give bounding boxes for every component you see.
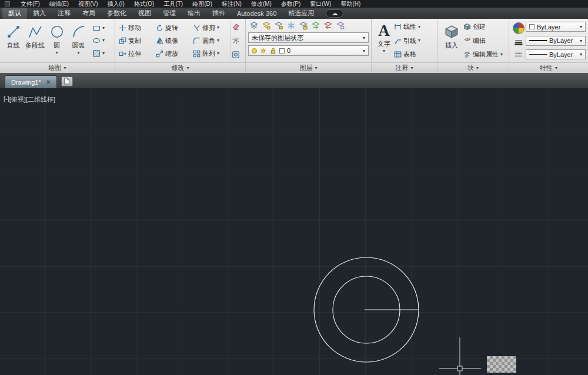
modify-grid: 移动 旋转 修剪 ▾ 复制 (118, 21, 229, 61)
linear-dimension-button[interactable]: 线性 ▾ (394, 22, 435, 31)
drawing-canvas[interactable]: [-] [俯视] [二维线框] (0, 88, 588, 375)
array-button[interactable]: 阵列 ▾ (192, 50, 229, 58)
view-orientation-control[interactable]: [俯视] (9, 95, 26, 104)
rectangle-tool-button[interactable]: ▾ (91, 22, 106, 34)
move-button[interactable]: 移动 (118, 24, 155, 32)
layer-off-icon[interactable] (262, 21, 271, 30)
trim-button[interactable]: 修剪 ▾ (192, 24, 229, 32)
modify-panel-title[interactable]: 修改▾ (115, 62, 245, 73)
ribbon-tab-output[interactable]: 输出 (182, 8, 206, 19)
a360-sync-button[interactable]: ☁ (326, 9, 343, 18)
table-button[interactable]: 表格 (394, 50, 435, 59)
ribbon-tab-a360[interactable]: Autodesk 360 (231, 8, 282, 19)
object-color-icon[interactable] (513, 22, 524, 34)
mirror-button[interactable]: 镜像 (155, 37, 192, 45)
ribbon-tab-annotate[interactable]: 注释 (52, 8, 76, 19)
ribbon-tab-featured-apps[interactable]: 精选应用 (282, 8, 320, 19)
menu-tools[interactable]: 工具(T) (159, 0, 188, 8)
menu-bar: 文件(F) 编辑(E) 视图(V) 插入(I) 格式(O) 工具(T) 绘图(D… (0, 0, 588, 8)
circle-tool-button[interactable]: 圆 ▾ (46, 21, 68, 61)
viewport-menu-control[interactable]: [-] (4, 95, 9, 104)
scale-button[interactable]: 缩放 (155, 50, 192, 58)
layer-color-swatch[interactable] (279, 48, 285, 53)
lineweight-dropdown[interactable]: ByLayer ▾ (526, 36, 586, 46)
linetype-sample (529, 54, 547, 55)
layers-panel: 未保存的图层状态 ▾ 0 ▾ 图层▾ (246, 19, 372, 73)
app-icon[interactable] (5, 1, 10, 6)
close-tab-icon[interactable]: × (46, 79, 51, 86)
menu-format[interactable]: 格式(O) (129, 0, 159, 8)
menu-help[interactable]: 帮助(H) (336, 0, 365, 8)
ribbon-tab-parametric[interactable]: 参数化 (101, 8, 132, 19)
annotation-panel-title[interactable]: 注释▾ (372, 62, 437, 73)
object-color-dropdown[interactable]: ByLayer ▾ (526, 22, 586, 32)
rectangle-icon (92, 24, 101, 32)
object-color-swatch (529, 24, 534, 29)
edit-block-button[interactable]: 编辑 (463, 36, 506, 45)
menu-edit[interactable]: 编辑(E) (45, 0, 74, 8)
ribbon-tab-insert[interactable]: 插入 (27, 8, 52, 19)
layer-state-icon[interactable] (336, 21, 345, 30)
autocad-window: 文件(F) 编辑(E) 视图(V) 插入(I) 格式(O) 工具(T) 绘图(D… (0, 0, 588, 375)
menu-window[interactable]: 窗口(W) (305, 0, 336, 8)
ribbon-tab-manage[interactable]: 管理 (157, 8, 182, 19)
leader-button[interactable]: 引线 ▾ (394, 36, 435, 45)
layer-unlock-icon[interactable] (269, 47, 277, 55)
new-drawing-tab-button[interactable] (61, 76, 73, 86)
modify-panel: 移动 旋转 修剪 ▾ 复制 (115, 19, 246, 73)
lineweight-icon[interactable] (514, 38, 523, 46)
erase-icon[interactable] (232, 22, 240, 31)
line-icon (6, 23, 21, 41)
layer-state-dropdown[interactable]: 未保存的图层状态 ▾ (248, 32, 369, 43)
layer-thaw-sun-icon[interactable] (259, 47, 267, 55)
arc-tool-button[interactable]: 圆弧 ▾ (68, 21, 89, 61)
ribbon-tab-layout[interactable]: 布局 (76, 8, 101, 19)
ribbon-tab-plugins[interactable]: 插件 (206, 8, 231, 19)
ellipse-tool-button[interactable]: ▾ (91, 35, 106, 46)
layer-previous-icon[interactable] (323, 21, 333, 30)
stretch-icon (119, 50, 126, 58)
ribbon-tab-view[interactable]: 视图 (132, 8, 157, 19)
file-tab-bar: Drawing1* × (0, 73, 588, 88)
properties-panel-title[interactable]: 特性▾ (509, 62, 588, 73)
table-icon (394, 51, 402, 58)
text-tool-button[interactable]: A 文字 ▾ (374, 21, 394, 61)
visual-style-control[interactable]: [二维线框] (26, 95, 55, 104)
explode-icon[interactable] (232, 36, 240, 45)
arc-icon (71, 23, 86, 41)
line-tool-button[interactable]: 直线 (2, 21, 24, 61)
current-layer-dropdown[interactable]: 0 ▾ (248, 45, 369, 56)
layers-panel-title[interactable]: 图层▾ (246, 62, 371, 73)
rotate-button[interactable]: 旋转 (155, 24, 192, 32)
hatch-tool-button[interactable]: ▾ (91, 48, 106, 59)
stretch-button[interactable]: 拉伸 (118, 50, 155, 58)
insert-block-icon (444, 23, 459, 41)
ribbon-tab-home[interactable]: 默认 (2, 8, 27, 19)
menu-file[interactable]: 文件(F) (16, 0, 45, 8)
layer-match-icon[interactable] (311, 21, 320, 30)
layer-lock-icon[interactable] (299, 21, 308, 30)
layer-properties-icon[interactable] (249, 21, 259, 30)
linetype-dropdown[interactable]: ByLayer ▾ (526, 49, 586, 59)
create-block-button[interactable]: 创建 (463, 22, 506, 31)
menu-view[interactable]: 视图(V) (74, 0, 102, 8)
polyline-tool-button[interactable]: 多段线 (24, 21, 46, 61)
menu-draw[interactable]: 绘图(D) (188, 0, 217, 8)
menu-parametric[interactable]: 参数(P) (276, 0, 305, 8)
layer-freeze-icon[interactable] (286, 21, 296, 30)
copy-button[interactable]: 复制 (118, 37, 155, 45)
fillet-button[interactable]: 圆角 ▾ (192, 37, 229, 45)
layer-on-bulb-icon[interactable] (252, 48, 257, 53)
menu-insert[interactable]: 插入(I) (102, 0, 129, 8)
edit-attributes-button[interactable]: 编辑属性 ▾ (463, 50, 506, 59)
offset-icon[interactable] (232, 51, 240, 59)
layer-isolate-icon[interactable] (274, 21, 283, 30)
file-tab-drawing1[interactable]: Drawing1* × (5, 75, 57, 88)
menu-dimension[interactable]: 标注(N) (217, 0, 246, 8)
block-panel-title[interactable]: 块▾ (437, 62, 509, 73)
drawing-svg[interactable] (0, 88, 588, 375)
insert-block-button[interactable]: 插入 (440, 21, 463, 61)
linetype-icon[interactable] (514, 51, 523, 59)
menu-modify[interactable]: 修改(M) (246, 0, 276, 8)
draw-panel-title[interactable]: 绘图▾ (0, 62, 115, 73)
